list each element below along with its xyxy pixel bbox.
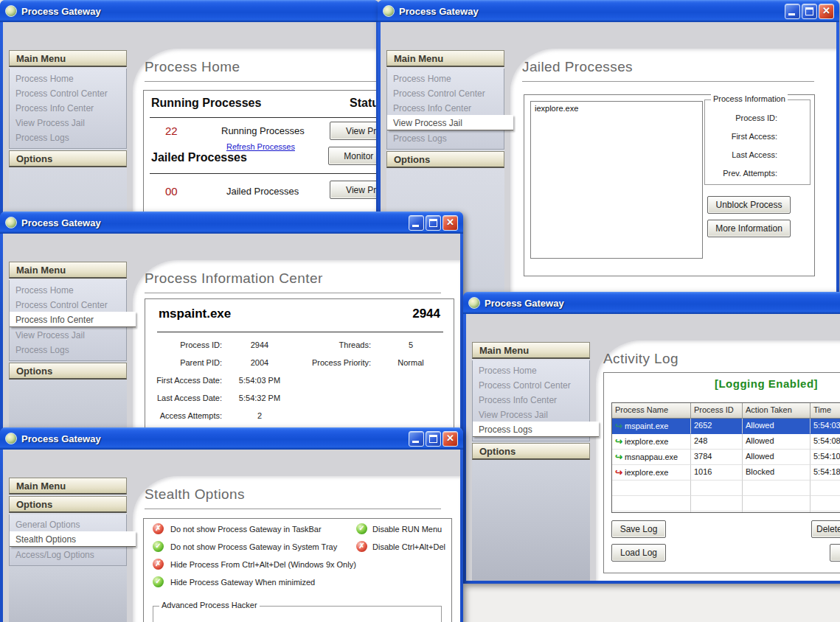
delete-log-button[interactable]: Delete: [811, 520, 840, 538]
heading-rule: [145, 293, 441, 293]
sidebar-item-process-info-center[interactable]: Process Info Center: [387, 100, 504, 115]
main-menu-header[interactable]: Main Menu: [386, 50, 504, 67]
page-title: Process Home: [133, 49, 376, 81]
sidebar-item-stealth-options[interactable]: Stealth Options: [10, 531, 136, 547]
sidebar-item-process-home[interactable]: Process Home: [10, 282, 126, 297]
access-attempts-value: 2: [226, 411, 293, 420]
view-processes-button[interactable]: View Pro: [330, 122, 376, 140]
close-button[interactable]: ✕: [442, 215, 458, 231]
threads-label: Threads:: [293, 340, 371, 349]
table-row[interactable]: ↪mspaint.exe 2652 Allowed 5:54:03: [612, 419, 840, 434]
main-menu-header[interactable]: Main Menu: [9, 478, 127, 495]
sidebar-item-process-control-center[interactable]: Process Control Center: [473, 377, 589, 392]
load-log-button[interactable]: Load Log: [611, 544, 666, 562]
titlebar[interactable]: Process Gateway: [463, 292, 840, 314]
titlebar[interactable]: Process Gateway ✕: [0, 427, 463, 450]
main-menu-header[interactable]: Main Menu: [9, 50, 127, 67]
column-header-action-taken[interactable]: Action Taken: [743, 403, 811, 419]
options-menu-header[interactable]: Options: [386, 151, 504, 168]
access-attempts-label: Access Attempts:: [145, 411, 222, 420]
table-row[interactable]: ↪msnappau.exe 3784 Allowed 5:54:10: [612, 450, 840, 465]
stealth-options-box: Do not show Process Gateway in TaskBar D…: [143, 518, 452, 622]
blocked-arrow-icon: ↪: [615, 467, 622, 478]
titlebar[interactable]: Process Gateway: [0, 0, 379, 22]
column-header-process-name[interactable]: Process Name: [612, 403, 691, 419]
first-access-label: First Access Date:: [145, 376, 222, 385]
heading-rule: [522, 81, 814, 82]
maximize-icon: [429, 219, 437, 227]
maximize-button[interactable]: [426, 215, 441, 231]
process-id-value: 2944: [226, 340, 293, 349]
maximize-icon: [429, 435, 437, 443]
sidebar-item-process-control-center[interactable]: Process Control Center: [10, 297, 126, 312]
process-name-cell: ↪mspaint.exe: [612, 419, 691, 434]
minimize-button[interactable]: [785, 4, 800, 19]
sidebar-item-process-logs[interactable]: Process Logs: [387, 130, 504, 145]
titlebar[interactable]: Process Gateway ✕: [0, 212, 463, 234]
sidebar-item-view-process-jail[interactable]: View Process Jail: [387, 115, 513, 130]
sidebar-item-process-control-center[interactable]: Process Control Center: [387, 85, 504, 100]
view-jailed-processes-button[interactable]: View Pro: [330, 181, 376, 199]
jailed-process-list[interactable]: iexplore.exe: [530, 101, 703, 259]
sidebar-item-process-info-center[interactable]: Process Info Center: [473, 392, 589, 407]
list-item[interactable]: iexplore.exe: [531, 102, 702, 113]
main-menu-list: Process Home Process Control Center Proc…: [9, 69, 127, 149]
maximize-button[interactable]: [426, 431, 441, 447]
column-header-time[interactable]: Time: [811, 403, 840, 419]
sidebar-item-process-home[interactable]: Process Home: [10, 71, 126, 85]
unblock-process-button[interactable]: Unblock Process: [707, 196, 791, 214]
sidebar-item-process-info-center[interactable]: Process Info Center: [10, 100, 126, 115]
heading-rule: [145, 509, 441, 509]
jailed-count: 00: [165, 185, 178, 198]
minimize-icon: [788, 13, 795, 15]
sidebar: Main Menu Options General Options Stealt…: [9, 478, 127, 622]
titlebar-buttons: ✕: [407, 215, 458, 231]
sidebar-item-access-log-options[interactable]: Access/Log Options: [10, 547, 126, 562]
minimize-button[interactable]: [409, 215, 424, 231]
option-on-icon: [153, 576, 164, 587]
groupbox-title: Advanced Process Hacker: [159, 601, 260, 609]
page-title: Stealth Options: [133, 476, 460, 509]
sidebar-item-process-home[interactable]: Process Home: [387, 71, 504, 85]
sidebar-item-view-process-jail[interactable]: View Process Jail: [10, 115, 126, 130]
clipped-button[interactable]: [830, 544, 840, 562]
sidebar-item-process-home[interactable]: Process Home: [473, 363, 589, 377]
sidebar-item-process-info-center[interactable]: Process Info Center: [10, 312, 136, 327]
maximize-button[interactable]: [802, 4, 817, 19]
jailed-count-label: Jailed Processes: [226, 186, 299, 197]
sidebar-item-process-logs[interactable]: Process Logs: [10, 130, 126, 144]
running-count-label: Running Processes: [221, 125, 305, 136]
sidebar-item-view-process-jail[interactable]: View Process Jail: [473, 407, 589, 422]
sidebar-item-process-logs[interactable]: Process Logs: [473, 422, 599, 437]
first-access-value: 5:54:03 PM: [226, 376, 293, 385]
window-title: Process Gateway: [399, 6, 479, 17]
table-row[interactable]: ↪iexplore.exe 1016 Blocked 5:54:18: [612, 465, 840, 481]
sidebar-item-process-control-center[interactable]: Process Control Center: [10, 85, 126, 100]
close-button[interactable]: ✕: [819, 4, 834, 19]
heading-rule: [145, 81, 376, 82]
monitor-process-button[interactable]: Monitor P: [328, 147, 376, 165]
sidebar-item-general-options[interactable]: General Options: [10, 517, 126, 531]
options-menu-header[interactable]: Options: [9, 150, 127, 167]
main-menu-header[interactable]: Main Menu: [9, 262, 127, 279]
options-menu-header[interactable]: Options: [9, 363, 127, 380]
process-id-big: 2944: [412, 307, 440, 321]
refresh-processes-link[interactable]: Refresh Processes: [226, 142, 295, 151]
options-menu-header[interactable]: Options: [472, 443, 590, 460]
jailed-processes-section-title: Jailed Processes: [151, 151, 247, 164]
save-log-button[interactable]: Save Log: [611, 520, 666, 538]
sidebar-item-process-logs[interactable]: Process Logs: [10, 342, 126, 357]
titlebar[interactable]: Process Gateway ✕: [378, 0, 839, 22]
action-cell: Blocked: [743, 465, 811, 481]
table-row[interactable]: ↪iexplore.exe 248 Allowed 5:54:08: [612, 434, 840, 450]
options-menu-header[interactable]: Options: [9, 496, 127, 513]
table-header-row: Process Name Process ID Action Taken Tim…: [612, 403, 840, 419]
column-header-process-id[interactable]: Process ID: [691, 403, 743, 419]
more-information-button[interactable]: More Information: [707, 220, 791, 237]
sidebar-item-view-process-jail[interactable]: View Process Jail: [10, 327, 126, 342]
option-label: Do not show Process Gateway in System Tr…: [170, 542, 337, 551]
minimize-button[interactable]: [409, 431, 424, 447]
close-button[interactable]: ✕: [442, 431, 458, 447]
app-globe-icon: [5, 433, 17, 444]
main-menu-header[interactable]: Main Menu: [472, 342, 590, 359]
